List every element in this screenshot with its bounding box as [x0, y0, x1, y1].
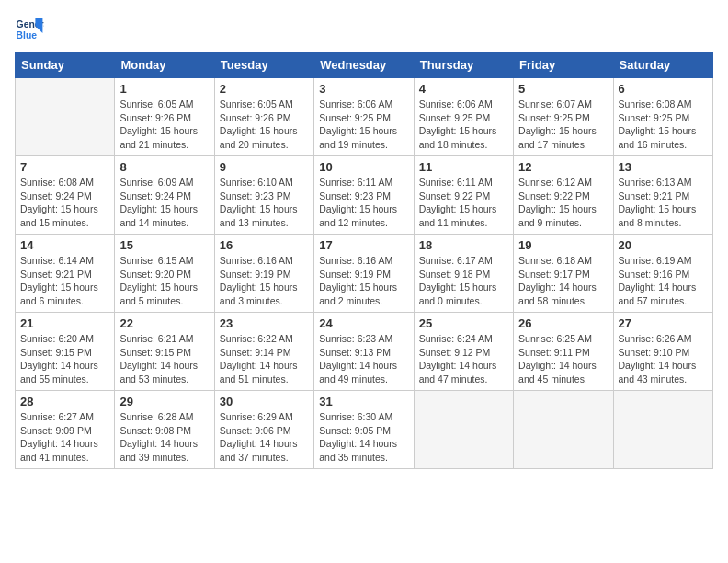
day-info: Sunrise: 6:15 AM Sunset: 9:20 PM Dayligh… [119, 254, 209, 308]
day-info: Sunrise: 6:16 AM Sunset: 9:19 PM Dayligh… [220, 254, 309, 308]
calendar-cell: 4Sunrise: 6:06 AM Sunset: 9:25 PM Daylig… [414, 78, 513, 156]
day-info: Sunrise: 6:29 AM Sunset: 9:06 PM Dayligh… [220, 410, 309, 465]
day-number: 5 [518, 82, 608, 96]
calendar-cell: 8Sunrise: 6:09 AM Sunset: 9:24 PM Daylig… [115, 156, 214, 235]
day-info: Sunrise: 6:09 AM Sunset: 9:24 PM Dayligh… [119, 176, 209, 230]
calendar-cell: 22Sunrise: 6:21 AM Sunset: 9:15 PM Dayli… [115, 313, 214, 391]
calendar-cell: 13Sunrise: 6:13 AM Sunset: 9:21 PM Dayli… [613, 156, 712, 235]
day-number: 11 [419, 160, 508, 174]
day-info: Sunrise: 6:14 AM Sunset: 9:21 PM Dayligh… [20, 254, 109, 308]
day-number: 18 [419, 238, 508, 252]
day-number: 22 [119, 316, 209, 330]
calendar-cell: 11Sunrise: 6:11 AM Sunset: 9:22 PM Dayli… [414, 156, 513, 235]
calendar-cell [16, 78, 115, 156]
day-info: Sunrise: 6:11 AM Sunset: 9:23 PM Dayligh… [319, 176, 408, 230]
day-info: Sunrise: 6:08 AM Sunset: 9:25 PM Dayligh… [619, 98, 708, 152]
day-number: 12 [518, 160, 608, 174]
day-info: Sunrise: 6:12 AM Sunset: 9:22 PM Dayligh… [518, 176, 608, 230]
calendar-cell: 12Sunrise: 6:12 AM Sunset: 9:22 PM Dayli… [514, 156, 613, 235]
day-info: Sunrise: 6:30 AM Sunset: 9:05 PM Dayligh… [319, 410, 408, 465]
calendar-cell: 21Sunrise: 6:20 AM Sunset: 9:15 PM Dayli… [16, 313, 115, 391]
day-number: 15 [119, 238, 209, 252]
day-info: Sunrise: 6:18 AM Sunset: 9:17 PM Dayligh… [518, 254, 608, 308]
day-info: Sunrise: 6:05 AM Sunset: 9:26 PM Dayligh… [119, 98, 209, 152]
day-number: 7 [20, 160, 109, 174]
day-info: Sunrise: 6:25 AM Sunset: 9:11 PM Dayligh… [518, 332, 608, 386]
calendar-cell: 14Sunrise: 6:14 AM Sunset: 9:21 PM Dayli… [16, 235, 115, 313]
day-number: 26 [518, 316, 608, 330]
svg-text:Blue: Blue [17, 30, 38, 40]
day-info: Sunrise: 6:28 AM Sunset: 9:08 PM Dayligh… [119, 410, 209, 465]
calendar-cell: 15Sunrise: 6:15 AM Sunset: 9:20 PM Dayli… [115, 235, 214, 313]
day-number: 13 [619, 160, 708, 174]
day-number: 8 [119, 160, 209, 174]
day-number: 28 [20, 395, 109, 408]
day-info: Sunrise: 6:16 AM Sunset: 9:19 PM Dayligh… [319, 254, 408, 308]
calendar-cell: 31Sunrise: 6:30 AM Sunset: 9:05 PM Dayli… [314, 391, 414, 469]
day-info: Sunrise: 6:21 AM Sunset: 9:15 PM Dayligh… [119, 332, 209, 386]
day-number: 16 [220, 238, 309, 252]
day-info: Sunrise: 6:22 AM Sunset: 9:14 PM Dayligh… [220, 332, 309, 386]
day-info: Sunrise: 6:23 AM Sunset: 9:13 PM Dayligh… [319, 332, 408, 386]
calendar-cell: 19Sunrise: 6:18 AM Sunset: 9:17 PM Dayli… [514, 235, 613, 313]
day-info: Sunrise: 6:17 AM Sunset: 9:18 PM Dayligh… [419, 254, 508, 308]
day-number: 2 [220, 82, 309, 96]
day-number: 20 [619, 238, 708, 252]
day-number: 23 [220, 316, 309, 330]
day-number: 3 [319, 82, 408, 96]
calendar-cell: 24Sunrise: 6:23 AM Sunset: 9:13 PM Dayli… [314, 313, 414, 391]
day-number: 30 [220, 395, 309, 408]
calendar-cell: 25Sunrise: 6:24 AM Sunset: 9:12 PM Dayli… [414, 313, 513, 391]
day-info: Sunrise: 6:20 AM Sunset: 9:15 PM Dayligh… [20, 332, 109, 386]
day-info: Sunrise: 6:24 AM Sunset: 9:12 PM Dayligh… [419, 332, 508, 386]
day-number: 6 [619, 82, 708, 96]
week-row-1: 1Sunrise: 6:05 AM Sunset: 9:26 PM Daylig… [16, 78, 713, 156]
week-row-4: 21Sunrise: 6:20 AM Sunset: 9:15 PM Dayli… [16, 313, 713, 391]
day-number: 31 [319, 395, 408, 408]
calendar-cell: 5Sunrise: 6:07 AM Sunset: 9:25 PM Daylig… [514, 78, 613, 156]
calendar-cell: 23Sunrise: 6:22 AM Sunset: 9:14 PM Dayli… [214, 313, 313, 391]
header-thursday: Thursday [414, 52, 513, 78]
logo: General Blue [15, 15, 44, 44]
calendar-cell [514, 391, 613, 469]
calendar-cell [414, 391, 513, 469]
day-info: Sunrise: 6:08 AM Sunset: 9:24 PM Dayligh… [20, 176, 109, 230]
day-info: Sunrise: 6:26 AM Sunset: 9:10 PM Dayligh… [619, 332, 708, 386]
header-monday: Monday [115, 52, 214, 78]
calendar-cell: 20Sunrise: 6:19 AM Sunset: 9:16 PM Dayli… [613, 235, 712, 313]
day-number: 19 [518, 238, 608, 252]
calendar-cell: 2Sunrise: 6:05 AM Sunset: 9:26 PM Daylig… [214, 78, 313, 156]
calendar-cell: 30Sunrise: 6:29 AM Sunset: 9:06 PM Dayli… [214, 391, 313, 469]
logo-icon: General Blue [15, 15, 44, 44]
calendar-cell: 10Sunrise: 6:11 AM Sunset: 9:23 PM Dayli… [314, 156, 414, 235]
day-number: 10 [319, 160, 408, 174]
day-info: Sunrise: 6:13 AM Sunset: 9:21 PM Dayligh… [619, 176, 708, 230]
header: General Blue [15, 15, 713, 44]
header-sunday: Sunday [16, 52, 115, 78]
calendar-cell: 6Sunrise: 6:08 AM Sunset: 9:25 PM Daylig… [613, 78, 712, 156]
calendar-cell: 26Sunrise: 6:25 AM Sunset: 9:11 PM Dayli… [514, 313, 613, 391]
day-number: 27 [619, 316, 708, 330]
calendar-cell: 7Sunrise: 6:08 AM Sunset: 9:24 PM Daylig… [16, 156, 115, 235]
day-info: Sunrise: 6:06 AM Sunset: 9:25 PM Dayligh… [419, 98, 508, 152]
day-info: Sunrise: 6:05 AM Sunset: 9:26 PM Dayligh… [220, 98, 309, 152]
calendar: SundayMondayTuesdayWednesdayThursdayFrid… [15, 52, 713, 469]
day-number: 29 [119, 395, 209, 408]
day-number: 24 [319, 316, 408, 330]
header-friday: Friday [514, 52, 613, 78]
header-wednesday: Wednesday [314, 52, 414, 78]
week-row-3: 14Sunrise: 6:14 AM Sunset: 9:21 PM Dayli… [16, 235, 713, 313]
day-info: Sunrise: 6:06 AM Sunset: 9:25 PM Dayligh… [319, 98, 408, 152]
calendar-cell: 29Sunrise: 6:28 AM Sunset: 9:08 PM Dayli… [115, 391, 214, 469]
calendar-header-row: SundayMondayTuesdayWednesdayThursdayFrid… [16, 52, 713, 78]
day-number: 25 [419, 316, 508, 330]
day-number: 14 [20, 238, 109, 252]
day-info: Sunrise: 6:11 AM Sunset: 9:22 PM Dayligh… [419, 176, 508, 230]
calendar-cell: 27Sunrise: 6:26 AM Sunset: 9:10 PM Dayli… [613, 313, 712, 391]
calendar-cell: 18Sunrise: 6:17 AM Sunset: 9:18 PM Dayli… [414, 235, 513, 313]
calendar-cell: 28Sunrise: 6:27 AM Sunset: 9:09 PM Dayli… [16, 391, 115, 469]
day-info: Sunrise: 6:07 AM Sunset: 9:25 PM Dayligh… [518, 98, 608, 152]
day-info: Sunrise: 6:10 AM Sunset: 9:23 PM Dayligh… [220, 176, 309, 230]
calendar-cell: 16Sunrise: 6:16 AM Sunset: 9:19 PM Dayli… [214, 235, 313, 313]
day-info: Sunrise: 6:27 AM Sunset: 9:09 PM Dayligh… [20, 410, 109, 465]
